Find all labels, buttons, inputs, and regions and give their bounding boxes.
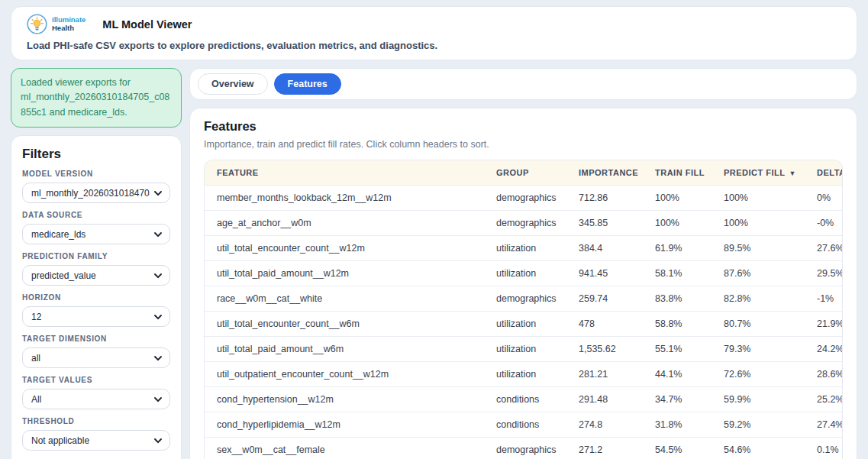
cell-importance: 259.74 <box>566 286 643 312</box>
cell-importance: 712.86 <box>566 186 643 211</box>
filter-label: TARGET DIMENSION <box>22 335 170 343</box>
cell-importance: 384.4 <box>566 236 643 261</box>
filter-label: MODEL VERSION <box>22 170 170 178</box>
tab-overview[interactable]: Overview <box>198 73 268 95</box>
cell-group: utilization <box>484 236 566 261</box>
cell-group: demographics <box>484 286 566 312</box>
column-header-feature[interactable]: FEATURE <box>205 160 484 186</box>
chevron-down-icon <box>153 312 163 324</box>
filter-label: PREDICTION FAMILY <box>22 252 170 260</box>
cell-train-fill: 54.5% <box>643 438 712 459</box>
content-row: Loaded viewer exports for ml_monthly_202… <box>11 68 857 459</box>
cell-group: utilization <box>484 261 566 286</box>
filters-panel: Filters MODEL VERSION ml_monthly_2026031… <box>11 135 182 459</box>
main-column: OverviewFeatures Features Importance, tr… <box>189 68 857 459</box>
cell-delta: 27.6% <box>805 236 842 261</box>
chevron-down-icon <box>153 354 163 365</box>
cell-delta: -0% <box>805 211 842 236</box>
cell-delta: 0.1% <box>805 438 842 459</box>
filter-select-target-values[interactable]: All <box>22 389 170 409</box>
features-table-wrap: FEATUREGROUPIMPORTANCETRAIN FILLPREDICT … <box>204 160 843 459</box>
filter-select-prediction-family[interactable]: predicted_value <box>22 265 170 286</box>
table-row: member_months_lookback_12m__w12mdemograp… <box>205 186 842 211</box>
cell-feature: util_total_encounter_count__w12m <box>205 236 484 261</box>
chevron-down-icon <box>153 395 163 406</box>
table-row: race__w0m__cat__whitedemographics259.748… <box>205 286 842 312</box>
sort-desc-icon: ▼ <box>789 170 796 177</box>
cell-train-fill: 58.1% <box>643 261 712 286</box>
cell-feature: cond_hypertension__w12m <box>205 387 484 412</box>
tab-features[interactable]: Features <box>274 73 341 95</box>
cell-delta: 27.4% <box>805 412 842 438</box>
cell-delta: -1% <box>805 286 842 312</box>
cell-predict-fill: 79.3% <box>712 337 805 362</box>
column-header-delta[interactable]: DELTA <box>805 160 842 186</box>
column-header-group[interactable]: GROUP <box>484 160 566 186</box>
table-row: sex__w0m__cat__femaledemographics271.254… <box>205 438 842 459</box>
cell-importance: 1,535.62 <box>566 337 643 362</box>
cell-group: demographics <box>484 186 566 211</box>
cell-delta: 24.2% <box>805 337 842 362</box>
cell-importance: 291.48 <box>566 387 643 412</box>
cell-group: utilization <box>484 362 566 387</box>
cell-feature: race__w0m__cat__white <box>205 286 484 312</box>
brand-line1: Illuminate <box>52 15 86 24</box>
table-row: age_at_anchor__w0mdemographics345.85100%… <box>205 211 842 236</box>
filter-select-threshold[interactable]: Not applicable <box>22 430 170 451</box>
table-row: util_total_encounter_count__w6mutilizati… <box>205 312 842 337</box>
filter-select-data-source[interactable]: medicare_lds <box>22 224 170 244</box>
cell-delta: 28.6% <box>805 362 842 387</box>
table-row: cond_hyperlipidemia__w12mconditions274.8… <box>205 412 842 438</box>
cell-importance: 941.45 <box>566 261 643 286</box>
cell-predict-fill: 87.6% <box>712 261 805 286</box>
cell-predict-fill: 100% <box>712 186 805 211</box>
cell-group: utilization <box>484 312 566 337</box>
table-row: cond_hypertension__w12mconditions291.483… <box>205 387 842 412</box>
selected-value: all <box>31 353 40 364</box>
cell-train-fill: 34.7% <box>643 387 712 412</box>
cell-delta: 25.2% <box>805 387 842 412</box>
cell-delta: 29.5% <box>805 261 842 286</box>
cell-train-fill: 58.8% <box>643 312 712 337</box>
cell-predict-fill: 89.5% <box>712 236 805 261</box>
filter-select-horizon[interactable]: 12 <box>22 306 170 327</box>
cell-predict-fill: 100% <box>712 211 805 236</box>
cell-feature: util_outpatient_encounter_count__w12m <box>205 362 484 387</box>
cell-train-fill: 100% <box>643 186 712 211</box>
column-header-train-fill[interactable]: TRAIN FILL <box>643 160 712 186</box>
app-header: Illuminate Health ML Model Viewer Load P… <box>11 6 857 60</box>
page: Illuminate Health ML Model Viewer Load P… <box>0 0 868 459</box>
tab-bar: OverviewFeatures <box>189 68 857 100</box>
chevron-down-icon <box>153 230 163 241</box>
cell-feature: cond_hyperlipidemia__w12m <box>205 412 484 438</box>
cell-predict-fill: 80.7% <box>712 312 805 337</box>
column-header-predict-fill[interactable]: PREDICT FILL▼ <box>712 160 805 186</box>
cell-delta: 21.9% <box>805 312 842 337</box>
column-header-importance[interactable]: IMPORTANCE <box>566 160 643 186</box>
cell-predict-fill: 72.6% <box>712 362 805 387</box>
chevron-down-icon <box>153 436 163 448</box>
cell-feature: util_total_paid_amount__w6m <box>205 337 484 362</box>
table-row: util_outpatient_encounter_count__w12muti… <box>205 362 842 387</box>
selected-value: predicted_value <box>31 270 96 281</box>
cell-importance: 271.2 <box>566 438 643 459</box>
filter-select-model-version[interactable]: ml_monthly_20260310184705_c08855c1 <box>22 183 170 203</box>
cell-group: demographics <box>484 438 566 459</box>
filter-label: THRESHOLD <box>22 417 170 425</box>
cell-importance: 281.21 <box>566 362 643 387</box>
brand-name: Illuminate Health <box>52 16 86 32</box>
cell-importance: 274.8 <box>566 412 643 438</box>
table-row: util_total_paid_amount__w12mutilization9… <box>205 261 842 286</box>
cell-group: conditions <box>484 412 566 438</box>
cell-predict-fill: 54.6% <box>712 438 805 459</box>
selected-value: Not applicable <box>31 435 89 446</box>
cell-feature: member_months_lookback_12m__w12m <box>205 186 484 211</box>
filter-select-target-dimension[interactable]: all <box>22 347 170 368</box>
cell-feature: util_total_paid_amount__w12m <box>205 261 484 286</box>
selected-value: 12 <box>31 312 41 322</box>
cell-train-fill: 31.8% <box>643 412 712 438</box>
cell-predict-fill: 59.2% <box>712 412 805 438</box>
chevron-down-icon <box>153 271 163 283</box>
cell-importance: 478 <box>566 312 643 337</box>
page-subtitle: Importance, train and predict fill rates… <box>204 139 843 150</box>
